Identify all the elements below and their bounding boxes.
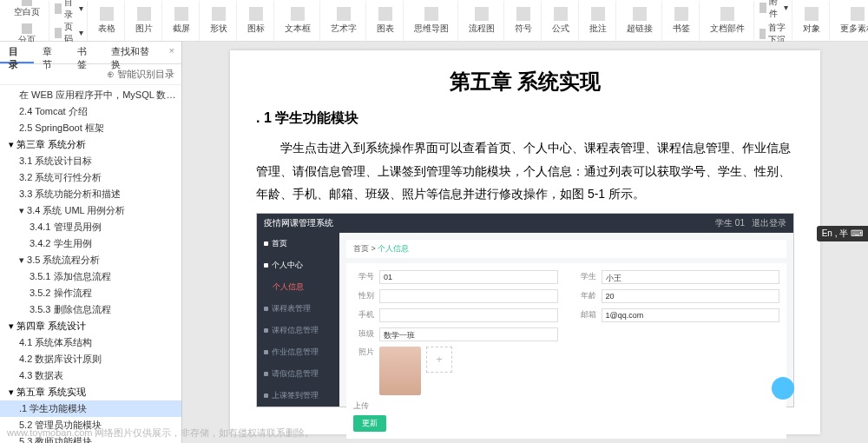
more-material-button[interactable]: 更多素材	[835, 5, 868, 36]
symbol-button[interactable]: 符号	[510, 5, 537, 36]
outline-item[interactable]: .1 学生功能模块	[0, 400, 181, 417]
formula-icon	[554, 7, 568, 21]
outline-item[interactable]: 3.2 系统可行性分析	[0, 169, 181, 186]
catalog-button[interactable]: 目录 ▾	[55, 0, 83, 21]
input-sid: 01	[379, 270, 558, 284]
user-icon	[264, 263, 268, 268]
page: 第五章 系统实现 . 1 学生功能模块 学生点击进入到系统操作界面可以查看首页、…	[230, 50, 820, 434]
shape-icon	[212, 7, 226, 21]
input-gender	[379, 289, 558, 303]
label-phone: 手机	[353, 309, 374, 321]
object-button[interactable]: 对象	[798, 5, 825, 36]
outline-item[interactable]: ▾ 第五章 系统实现	[0, 384, 181, 400]
document-area[interactable]: 第五章 系统实现 . 1 学生功能模块 学生点击进入到系统操作界面可以查看首页、…	[182, 42, 868, 443]
mindmap-button[interactable]: 思维导图	[409, 5, 454, 36]
outline-item[interactable]: 4.1 系统体系结构	[0, 334, 181, 351]
artword-button[interactable]: 艺术字	[326, 5, 362, 36]
sidebar-item-homework: 作业信息管理	[257, 341, 339, 363]
label-class: 班级	[353, 328, 374, 340]
app-title: 疫情网课管理系统	[264, 217, 333, 229]
outline-item[interactable]: ▾ 3.5 系统流程分析	[0, 252, 181, 268]
section-title: . 1 学生功能模块	[256, 109, 794, 128]
ime-indicator[interactable]: En , 半 ⌨	[817, 226, 868, 241]
table-icon	[264, 307, 268, 311]
flowchart-button[interactable]: 流程图	[464, 5, 500, 36]
bookmark-icon	[674, 7, 688, 21]
outline-item[interactable]: 3.3 系统功能分析和描述	[0, 186, 181, 202]
outline-item[interactable]: ▾ 3.4 系统 UML 用例分析	[0, 202, 181, 219]
input-class: 数学一班	[379, 327, 558, 341]
hyperlink-button[interactable]: 超链接	[621, 5, 658, 36]
chapter-title: 第五章 系统实现	[256, 68, 794, 96]
save-button: 更新	[353, 415, 386, 432]
ribbon-toolbar: 空白页 分页 封面 ▾ 目录 ▾ 页码 ▾ 页眉页脚 表格 图片 截屏 形状 图…	[0, 0, 868, 42]
app-main: 首页 > 个人信息 学号01 学生小王 性别 年龄20 手机	[339, 233, 793, 407]
label-age: 年龄	[575, 290, 596, 301]
blank-page-button[interactable]: 空白页	[9, 0, 45, 20]
outline-list[interactable]: 在 WEB 应用程序开中，MySQL 数据库是传个普遍使用...2.4 Tomc…	[0, 85, 181, 443]
tab-bookmark[interactable]: 书签	[69, 42, 102, 63]
tab-findreplace[interactable]: 查找和替换	[102, 42, 161, 63]
outline-item[interactable]: 2.5 SpringBoot 框架	[0, 120, 181, 136]
chart-button[interactable]: 图表	[372, 5, 399, 36]
sidebar-item-courseinfo: 课程信息管理	[257, 320, 339, 341]
outline-item[interactable]: 2.4 Tomcat 介绍	[0, 103, 181, 120]
breadcrumb: 首页 > 个人信息	[346, 240, 786, 258]
catalog-icon	[55, 3, 62, 14]
table-button[interactable]: 表格	[93, 5, 121, 36]
body-paragraph: 学生点击进入到系统操作界面可以查看首页、个人中心、课程表管理、课程信息管理、作业…	[256, 136, 794, 206]
outline-item[interactable]: ▾ 第三章 系统分析	[0, 136, 181, 153]
tab-chapter[interactable]: 章节	[34, 42, 68, 63]
attach-button[interactable]: 附件 ▾	[760, 0, 788, 20]
split-page-icon	[22, 23, 32, 34]
object-icon	[805, 7, 819, 21]
dropcap-icon	[760, 29, 766, 39]
screenshot-button[interactable]: 截屏	[168, 5, 195, 36]
label-photo: 照片	[353, 347, 374, 358]
smart-toc-button[interactable]: ⊕ 智能识别目录	[107, 68, 174, 81]
textbox-icon	[291, 7, 305, 21]
comment-button[interactable]: 批注	[584, 5, 612, 36]
outline-panel: 目录 章节 书签 查找和替换 × ⊕ 智能识别目录 在 WEB 应用程序开中，M…	[0, 42, 182, 443]
docpart-icon	[720, 7, 734, 21]
app-sidebar: 首页 个人中心 个人信息 课程表管理 课程信息管理 作业信息管理 请假信息管理 …	[257, 233, 339, 407]
input-age: 20	[602, 289, 780, 303]
iconlib-icon	[249, 7, 263, 21]
attach-icon	[760, 3, 766, 13]
outline-item[interactable]: 在 WEB 应用程序开中，MySQL 数据库是传个普遍使用...	[0, 87, 181, 103]
home-icon	[264, 241, 268, 246]
picture-button[interactable]: 图片	[130, 5, 158, 36]
docpart-button[interactable]: 文档部件	[705, 5, 750, 36]
outline-item[interactable]: 3.5.3 删除信息流程	[0, 301, 181, 318]
outline-item[interactable]: 3.5.2 操作流程	[0, 285, 181, 301]
textbox-button[interactable]: 文本框	[279, 5, 316, 36]
bookmark-button[interactable]: 书签	[667, 5, 695, 36]
flowchart-icon	[475, 7, 489, 21]
artword-icon	[337, 7, 351, 21]
app-user: 学生 01	[715, 217, 745, 229]
tab-toc[interactable]: 目录	[0, 42, 34, 63]
figure-5-1: 疫情网课管理系统 学生 01 退出登录 首页 个人中心 个人信息 课程表管理 课…	[256, 213, 794, 407]
outline-item[interactable]: 3.1 系统设计目标	[0, 153, 181, 169]
outline-item[interactable]: 3.4.2 学生用例	[0, 235, 181, 252]
label-gender: 性别	[353, 290, 374, 301]
shape-button[interactable]: 形状	[205, 5, 233, 36]
outline-item[interactable]: ▾ 第四章 系统设计	[0, 318, 181, 334]
sidebar-item-home: 首页	[257, 233, 339, 255]
app-logout: 退出登录	[752, 217, 786, 229]
float-action-button	[772, 377, 794, 400]
outline-item[interactable]: 4.2 数据库设计原则	[0, 351, 181, 367]
outline-item[interactable]: 4.3 数据表	[0, 367, 181, 384]
outline-item[interactable]: 3.4.1 管理员用例	[0, 219, 181, 235]
close-panel-button[interactable]: ×	[162, 42, 181, 63]
symbol-icon	[516, 7, 530, 21]
outline-item[interactable]: 3.5.1 添加信息流程	[0, 268, 181, 285]
checkin-icon	[264, 393, 268, 398]
input-email: 1@qq.com	[602, 308, 780, 322]
leave-icon	[264, 372, 268, 376]
chart-icon	[378, 7, 392, 21]
picture-icon	[137, 7, 151, 21]
label-email: 邮箱	[575, 309, 596, 321]
iconlib-button[interactable]: 图标	[242, 5, 270, 36]
formula-button[interactable]: 公式	[547, 5, 575, 36]
